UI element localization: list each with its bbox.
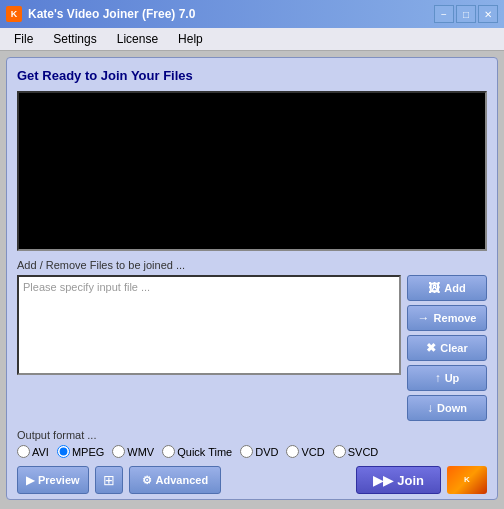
files-area: Please specify input file ... 🖼 Add → Re… [17, 275, 487, 421]
title-bar-left: K Kate's Video Joiner (Free) 7.0 [6, 6, 195, 22]
output-format-group: AVI MPEG WMV Quick Time DVD VCD SVCD [17, 445, 487, 458]
menu-license[interactable]: License [109, 30, 166, 48]
radio-svcd-label: SVCD [348, 446, 379, 458]
radio-dvd-label: DVD [255, 446, 278, 458]
radio-mpeg-input[interactable] [57, 445, 70, 458]
radio-vcd[interactable]: VCD [286, 445, 324, 458]
preview-label: Preview [38, 474, 80, 486]
add-label: Add [444, 282, 465, 294]
radio-svcd[interactable]: SVCD [333, 445, 379, 458]
main-panel: Get Ready to Join Your Files Add / Remov… [6, 57, 498, 500]
radio-avi[interactable]: AVI [17, 445, 49, 458]
files-placeholder: Please specify input file ... [23, 281, 150, 293]
close-button[interactable]: ✕ [478, 5, 498, 23]
logo-text: K [464, 476, 470, 485]
app-title: Kate's Video Joiner (Free) 7.0 [28, 7, 195, 21]
preview-button[interactable]: ▶ Preview [17, 466, 89, 494]
preview-icon: ▶ [26, 474, 34, 487]
remove-button[interactable]: → Remove [407, 305, 487, 331]
radio-dvd[interactable]: DVD [240, 445, 278, 458]
join-button[interactable]: ▶▶ Join [356, 466, 441, 494]
corner-logo: K [447, 466, 487, 494]
radio-wmv-label: WMV [127, 446, 154, 458]
up-icon: ↑ [435, 371, 441, 385]
radio-quicktime[interactable]: Quick Time [162, 445, 232, 458]
radio-mpeg[interactable]: MPEG [57, 445, 104, 458]
clear-label: Clear [440, 342, 468, 354]
radio-quicktime-input[interactable] [162, 445, 175, 458]
files-label: Add / Remove Files to be joined ... [17, 259, 487, 271]
up-button[interactable]: ↑ Up [407, 365, 487, 391]
output-label: Output format ... [17, 429, 487, 441]
maximize-button[interactable]: □ [456, 5, 476, 23]
advanced-label: Advanced [156, 474, 209, 486]
radio-vcd-input[interactable] [286, 445, 299, 458]
menu-bar: File Settings License Help [0, 28, 504, 51]
menu-settings[interactable]: Settings [45, 30, 104, 48]
window-controls: − □ ✕ [434, 5, 498, 23]
bottom-bar: ▶ Preview ⊞ ⚙ Advanced ▶▶ Join K [17, 466, 487, 494]
up-label: Up [445, 372, 460, 384]
files-list[interactable]: Please specify input file ... [17, 275, 401, 375]
radio-mpeg-label: MPEG [72, 446, 104, 458]
menu-file[interactable]: File [6, 30, 41, 48]
clear-button[interactable]: ✖ Clear [407, 335, 487, 361]
down-icon: ↓ [427, 401, 433, 415]
remove-icon: → [418, 311, 430, 325]
minimize-button[interactable]: − [434, 5, 454, 23]
app-icon: K [6, 6, 22, 22]
radio-quicktime-label: Quick Time [177, 446, 232, 458]
radio-dvd-input[interactable] [240, 445, 253, 458]
down-label: Down [437, 402, 467, 414]
radio-avi-label: AVI [32, 446, 49, 458]
add-icon: 🖼 [428, 281, 440, 295]
files-buttons: 🖼 Add → Remove ✖ Clear ↑ Up ↓ Down [407, 275, 487, 421]
radio-wmv-input[interactable] [112, 445, 125, 458]
join-label: Join [397, 473, 424, 488]
remove-label: Remove [434, 312, 477, 324]
clear-icon: ✖ [426, 341, 436, 355]
menu-help[interactable]: Help [170, 30, 211, 48]
advanced-button[interactable]: ⚙ Advanced [129, 466, 222, 494]
add-button[interactable]: 🖼 Add [407, 275, 487, 301]
radio-svcd-input[interactable] [333, 445, 346, 458]
video-preview [17, 91, 487, 251]
join-icon: ▶▶ [373, 473, 393, 488]
down-button[interactable]: ↓ Down [407, 395, 487, 421]
preview-extra-button[interactable]: ⊞ [95, 466, 123, 494]
advanced-icon: ⚙ [142, 474, 152, 487]
grid-icon: ⊞ [103, 472, 115, 488]
section-title: Get Ready to Join Your Files [17, 68, 487, 83]
radio-avi-input[interactable] [17, 445, 30, 458]
radio-vcd-label: VCD [301, 446, 324, 458]
radio-wmv[interactable]: WMV [112, 445, 154, 458]
title-bar: K Kate's Video Joiner (Free) 7.0 − □ ✕ [0, 0, 504, 28]
